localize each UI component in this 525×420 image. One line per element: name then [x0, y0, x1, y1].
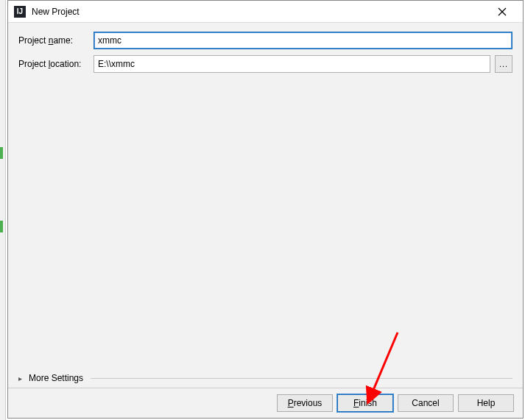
cancel-button[interactable]: Cancel	[398, 394, 454, 412]
left-marker	[0, 221, 3, 232]
content-spacer	[18, 79, 512, 369]
titlebar: IJ New Project	[8, 1, 523, 23]
more-settings-toggle[interactable]: ▸ More Settings	[18, 369, 512, 388]
left-edge-strip	[0, 0, 6, 420]
close-button[interactable]	[487, 1, 517, 22]
finish-button[interactable]: Finish	[337, 394, 393, 412]
previous-button[interactable]: Previous	[277, 394, 333, 412]
project-location-label: Project location:	[18, 59, 89, 69]
browse-button[interactable]: ...	[495, 55, 512, 73]
help-button[interactable]: Help	[458, 394, 514, 412]
separator-line	[91, 378, 512, 379]
app-icon: IJ	[14, 6, 26, 18]
project-name-label: Project name:	[18, 35, 89, 46]
more-settings-label: More Settings	[29, 373, 83, 383]
button-bar: Previous Finish Cancel Help	[8, 388, 523, 418]
project-location-row: Project location: ...	[18, 55, 512, 73]
dialog-content: Project name: Project location: ... ▸ Mo…	[8, 23, 523, 388]
close-icon	[498, 7, 507, 16]
project-name-row: Project name:	[18, 32, 512, 49]
new-project-dialog: IJ New Project Project name: Project loc…	[7, 0, 524, 419]
project-name-input[interactable]	[94, 32, 512, 49]
left-marker	[0, 147, 3, 159]
chevron-right-icon: ▸	[18, 374, 26, 382]
window-title: New Project	[32, 7, 487, 17]
project-location-input[interactable]	[94, 55, 490, 73]
